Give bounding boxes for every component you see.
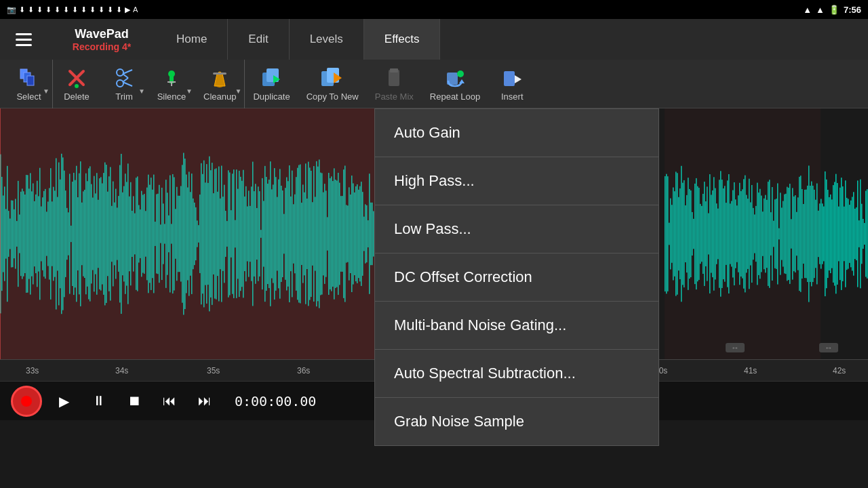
multiband-noise-item[interactable]: Multi-band Noise Gating... [375, 302, 658, 350]
grab-noise-item[interactable]: Grab Noise Sample [375, 398, 658, 445]
dc-offset-item[interactable]: DC Offset Correction [375, 253, 658, 302]
effects-dropdown-menu: Auto Gain High Pass... Low Pass... DC Of… [374, 108, 659, 446]
dropdown-overlay[interactable]: Auto Gain High Pass... Low Pass... DC Of… [0, 0, 868, 488]
auto-gain-item[interactable]: Auto Gain [375, 109, 658, 157]
low-pass-item[interactable]: Low Pass... [375, 205, 658, 253]
auto-spectral-item[interactable]: Auto Spectral Subtraction... [375, 350, 658, 398]
high-pass-item[interactable]: High Pass... [375, 157, 658, 205]
